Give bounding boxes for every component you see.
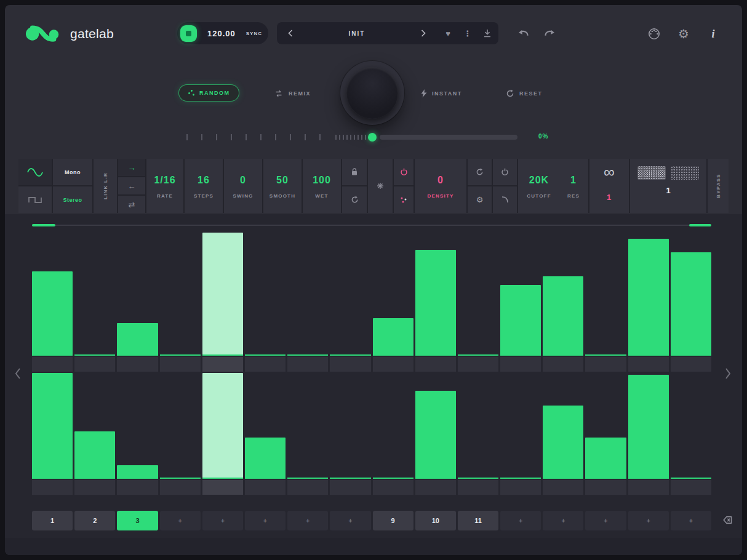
direction-forward-button[interactable]: →: [118, 159, 145, 176]
density-control[interactable]: 0 DENSITY: [415, 159, 466, 213]
noise-texture-a[interactable]: [637, 166, 666, 180]
step-column-13[interactable]: [543, 373, 583, 495]
delete-pattern-button[interactable]: [720, 516, 733, 526]
loop-count-value[interactable]: 1: [607, 192, 612, 203]
loop-end-handle[interactable]: [689, 224, 711, 226]
step-bar[interactable]: [628, 375, 669, 478]
random-amount-slider[interactable]: [182, 132, 526, 143]
step-footer[interactable]: [202, 480, 243, 495]
step-bar[interactable]: [415, 391, 456, 478]
rate-control[interactable]: 1/16 RATE: [146, 159, 183, 213]
step-column-7[interactable]: [287, 373, 328, 495]
step-bar[interactable]: [117, 323, 158, 354]
pattern-button-5[interactable]: +: [202, 511, 243, 530]
randomize-knob[interactable]: [340, 61, 404, 125]
wet-control[interactable]: 100 WET: [303, 159, 341, 213]
pattern-button-16[interactable]: +: [671, 511, 711, 530]
step-column-4[interactable]: [160, 373, 201, 495]
step-footer[interactable]: [74, 357, 115, 372]
cutoff-control[interactable]: 20K CUTOFF: [518, 159, 560, 213]
step-column-6[interactable]: [245, 373, 286, 495]
step-column-5[interactable]: [202, 373, 243, 495]
pattern-button-12[interactable]: +: [500, 511, 541, 530]
pattern-button-9[interactable]: 9: [373, 511, 413, 530]
wet-value[interactable]: 100: [313, 175, 331, 186]
pattern-button-15[interactable]: +: [628, 511, 669, 530]
step-column-11[interactable]: [458, 233, 498, 372]
step-bar[interactable]: [543, 276, 583, 354]
step-footer[interactable]: [415, 480, 456, 495]
bypass-toggle[interactable]: BYPASS: [708, 159, 729, 213]
step-column-5[interactable]: [202, 233, 243, 372]
step-footer[interactable]: [500, 480, 541, 495]
density-value[interactable]: 0: [437, 175, 444, 186]
step-footer[interactable]: [245, 480, 286, 495]
step-bar[interactable]: [628, 239, 669, 354]
step-footer[interactable]: [287, 480, 328, 495]
step-bar[interactable]: [585, 438, 626, 478]
pattern-button-4[interactable]: +: [160, 511, 201, 530]
next-preset-button[interactable]: [410, 22, 437, 44]
step-column-2[interactable]: [74, 373, 115, 495]
step-bar-active[interactable]: [202, 233, 243, 354]
density-random-button[interactable]: [394, 185, 413, 213]
step-column-6[interactable]: [245, 233, 286, 372]
settings-button[interactable]: ⚙: [676, 26, 691, 41]
step-footer[interactable]: [74, 480, 115, 495]
instant-button[interactable]: INSTANT: [421, 89, 462, 98]
page-right-button[interactable]: [725, 366, 733, 382]
step-column-8[interactable]: [330, 373, 370, 495]
pattern-button-14[interactable]: +: [585, 511, 626, 530]
loop-length-panel[interactable]: ∞ 1: [589, 159, 629, 213]
step-column-4[interactable]: [160, 233, 201, 372]
step-column-10[interactable]: [415, 373, 456, 495]
step-footer[interactable]: [330, 480, 370, 495]
density-power-button[interactable]: [394, 159, 413, 185]
sync-toggle[interactable]: SYNC: [246, 31, 262, 36]
step-column-10[interactable]: [415, 233, 456, 372]
remix-button[interactable]: REMIX: [274, 89, 311, 98]
pattern-button-8[interactable]: +: [330, 511, 370, 530]
filter-power-button[interactable]: [493, 159, 517, 185]
step-bar[interactable]: [373, 318, 413, 354]
pattern-button-3[interactable]: 3: [117, 511, 158, 530]
step-footer[interactable]: [202, 357, 243, 372]
direction-pingpong-button[interactable]: ⇄: [118, 194, 145, 213]
step-column-16[interactable]: [671, 233, 711, 372]
preset-name[interactable]: INIT: [304, 30, 410, 37]
random-button[interactable]: RANDOM: [178, 84, 239, 102]
step-footer[interactable]: [628, 480, 669, 495]
step-bar[interactable]: [32, 373, 73, 478]
step-bar-active[interactable]: [202, 373, 243, 478]
step-footer[interactable]: [585, 480, 626, 495]
undo-button[interactable]: [517, 28, 532, 39]
stop-button[interactable]: [180, 25, 197, 42]
step-footer[interactable]: [32, 480, 73, 495]
step-column-3[interactable]: [117, 373, 158, 495]
step-footer[interactable]: [458, 357, 498, 372]
filter-settings-button[interactable]: ⚙: [468, 186, 492, 213]
step-footer[interactable]: [415, 357, 456, 372]
favorite-button[interactable]: ♥: [437, 22, 459, 44]
pattern-button-7[interactable]: +: [287, 511, 328, 530]
info-button[interactable]: i: [706, 26, 721, 41]
slider-track[interactable]: [380, 135, 517, 140]
step-column-3[interactable]: [117, 233, 158, 372]
steps-value[interactable]: 16: [198, 175, 210, 186]
step-column-9[interactable]: [373, 373, 413, 495]
smooth-control[interactable]: 50 SMOOTH: [263, 159, 302, 213]
pattern-button-1[interactable]: 1: [32, 511, 73, 530]
retrigger-button[interactable]: [342, 185, 367, 213]
step-bar[interactable]: [117, 465, 158, 478]
prev-preset-button[interactable]: [277, 22, 304, 44]
step-column-11[interactable]: [458, 373, 498, 495]
res-value[interactable]: 1: [570, 175, 577, 186]
step-column-15[interactable]: [628, 233, 669, 372]
page-left-button[interactable]: [15, 366, 23, 382]
cutoff-value[interactable]: 20K: [529, 175, 549, 186]
resonance-control[interactable]: 1 RES: [560, 159, 587, 213]
step-footer[interactable]: [671, 480, 711, 495]
save-preset-button[interactable]: [476, 22, 498, 44]
step-column-1[interactable]: [32, 373, 73, 495]
step-footer[interactable]: [117, 480, 158, 495]
